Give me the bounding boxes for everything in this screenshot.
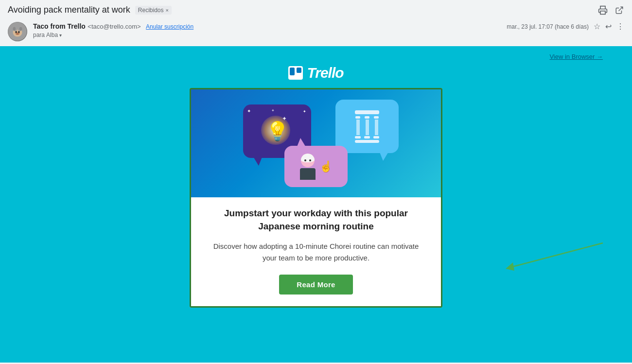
recipient-row: para Alba ▾ (33, 32, 193, 38)
tag-close-icon[interactable]: × (166, 7, 169, 13)
arrow-annotation (496, 241, 608, 281)
svg-point-9 (16, 33, 19, 35)
trello-logo-area: Trello (288, 61, 343, 88)
svg-point-8 (18, 31, 20, 33)
svg-point-7 (15, 31, 17, 33)
print-icon[interactable] (598, 5, 608, 15)
card-description: Discover how adopting a 10-minute Chorei… (206, 241, 426, 264)
sender-name-line: Taco from Trello <taco@trello.com> Anula… (33, 22, 193, 31)
svg-point-10 (13, 27, 16, 31)
svg-line-15 (510, 243, 603, 267)
trello-logo: Trello (288, 65, 343, 81)
sender-details: Taco from Trello <taco@trello.com> Anula… (33, 22, 193, 38)
svg-marker-16 (506, 262, 514, 271)
sender-row: Taco from Trello <taco@trello.com> Anula… (0, 19, 632, 46)
sender-actions: mar., 23 jul. 17:07 (hace 6 días) ☆ ↩ ⋮ (507, 22, 624, 31)
avatar (8, 22, 27, 41)
star-icon[interactable]: ☆ (594, 22, 600, 31)
trello-logo-text: Trello (307, 65, 343, 81)
more-options-icon[interactable]: ⋮ (616, 22, 624, 31)
sender-email: <taco@trello.com> (88, 23, 140, 30)
email-background: View in Browser → Trello (0, 46, 632, 363)
recipient-name: Alba (46, 32, 58, 38)
top-bar-actions (598, 5, 624, 15)
svg-point-11 (19, 27, 22, 31)
tag-badge: Recibidos × (135, 6, 172, 15)
svg-line-1 (619, 7, 623, 11)
recipient-label: para (33, 32, 45, 38)
bubble-right (335, 100, 399, 153)
trello-logo-icon (288, 66, 303, 80)
svg-rect-0 (600, 11, 605, 14)
email-body: View in Browser → Trello (0, 46, 632, 363)
svg-rect-13 (290, 68, 295, 75)
open-external-icon[interactable] (614, 5, 624, 15)
chevron-down-icon[interactable]: ▾ (59, 33, 62, 38)
card-image: 💡 ✦ ✦ (190, 88, 442, 197)
read-more-button[interactable]: Read More (279, 275, 352, 295)
svg-rect-14 (297, 68, 301, 73)
email-card: 💡 ✦ ✦ (190, 88, 442, 308)
unsubscribe-link[interactable]: Anular suscripción (146, 23, 193, 30)
card-text-area: Jumpstart your workday with this popular… (190, 197, 442, 308)
tag-label: Recibidos (138, 7, 164, 14)
bubble-person: ☝️ (284, 146, 348, 187)
subject-area: Avoiding pack mentality at work Recibido… (8, 5, 172, 15)
sender-name: Taco from Trello (33, 22, 86, 30)
card-headline: Jumpstart your workday with this popular… (206, 207, 426, 233)
view-in-browser-link[interactable]: View in Browser → (549, 53, 603, 60)
view-in-browser-bar: View in Browser → (0, 46, 632, 61)
reply-icon[interactable]: ↩ (605, 22, 612, 31)
green-arrow-svg (496, 241, 608, 279)
sender-info-area: Taco from Trello <taco@trello.com> Anula… (8, 22, 193, 41)
email-date: mar., 23 jul. 17:07 (hace 6 días) (507, 23, 589, 30)
avatar-image (8, 22, 27, 41)
illustration: 💡 ✦ ✦ (233, 95, 399, 192)
email-top-bar: Avoiding pack mentality at work Recibido… (0, 0, 632, 19)
email-subject: Avoiding pack mentality at work (8, 5, 130, 15)
